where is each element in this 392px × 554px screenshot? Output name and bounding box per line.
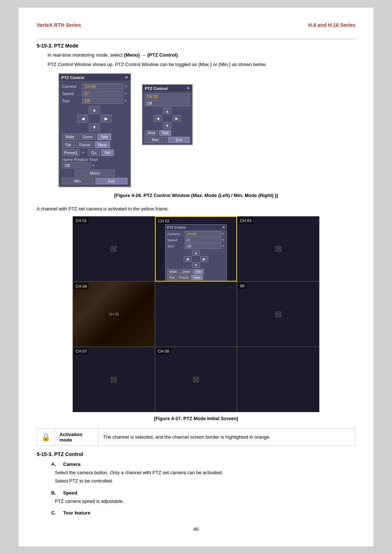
section-title-5-15-2: 5-15-2. PTZ Mode <box>37 43 355 49</box>
ptz-overlay-down[interactable]: ▼ <box>192 262 200 268</box>
page: VerteX RTH Series H.8 and H.16 Series 5-… <box>18 7 374 547</box>
ptz-overlay-titlebar: PTZ Control ✕ <box>166 225 226 230</box>
channel-icon-ch01: ⊠ <box>110 244 117 254</box>
activation-mode-label: Activation mode <box>55 428 99 446</box>
ptz-camera-value: CH 05 <box>82 83 123 89</box>
ptz-overlay-tour-label: Tour <box>167 244 185 248</box>
ptz-overlay-near[interactable]: Near <box>191 275 203 280</box>
ptz-focus-button[interactable]: Focus <box>76 141 94 148</box>
ptz-empty-tl <box>77 106 88 114</box>
ptz-exit-button[interactable]: Exit <box>95 178 127 184</box>
sub-a-letter: A. <box>51 461 56 467</box>
ptz-min-max-button[interactable]: Max. <box>145 137 167 143</box>
ptz-min-empty-tr <box>172 108 181 114</box>
ptz-min-down-button[interactable]: ▼ <box>163 122 172 129</box>
ptz-home-off-value: Off <box>62 163 91 168</box>
sub-b-text1: PTZ camera speed is adjustable. <box>55 498 355 505</box>
intro-text-1: In real-time monitoring mode, select {Me… <box>48 52 355 59</box>
activation-icon-cell: 🔒 <box>37 428 55 446</box>
ptz-overlay-close[interactable]: ✕ <box>222 225 225 229</box>
ptz-far-button[interactable]: Far <box>62 141 75 148</box>
sub-a-title: Camera <box>63 461 81 467</box>
sub-a-header: A. Camera <box>51 461 355 467</box>
ptz-overlay-right[interactable]: ▶ <box>200 256 208 262</box>
ptz-go-button[interactable]: Go <box>88 149 100 156</box>
ptz-overlay-camera-row: Camera CH 05 ▼ <box>167 231 225 237</box>
channel-cell-ch07: CH 07 ⊠ <box>73 347 155 412</box>
channel-label-ch07: CH 07 <box>74 348 89 354</box>
ptz-zoom-button[interactable]: Zoom <box>79 134 96 140</box>
ptz-overlay-focus-row: Far Focus Near <box>167 275 225 280</box>
ptz-min-left-button[interactable]: ◀ <box>154 115 162 122</box>
channel-cell-ch04: CH 04 CH 05 <box>73 282 155 347</box>
ptz-min-body: CH 05 Off ▲ ◀ ▶ ▼ Wide Tele <box>143 92 192 144</box>
ptz-overlay-tele[interactable]: Tele <box>193 269 204 274</box>
channel-icon-ch07: ⊠ <box>110 374 117 385</box>
sub-a-text1: Select the camera button. Only a channel… <box>55 469 355 476</box>
ptz-tour-arrow: ▼ <box>124 99 127 103</box>
ptz-tele-button[interactable]: Tele <box>97 134 111 140</box>
ptz-min-empty-tl <box>154 108 162 114</box>
ptz-overlay-zoom-row: Wide Zoom Tele <box>167 269 225 274</box>
ptz-zoom-row: Wide Zoom Tele <box>62 134 127 140</box>
sub-a-text2: Select PTZ to be controlled. <box>55 477 355 485</box>
channel-label-ch01: CH 01 <box>74 217 89 224</box>
ptz-min-up-button[interactable]: ▲ <box>163 108 172 114</box>
ptz-overlay-wide[interactable]: Wide <box>167 269 179 274</box>
ptz-max-body: Camera CH 05 ▼ Speed 07 ▼ Tour Off ▼ <box>59 81 130 186</box>
ptz-min-off-value: Off <box>145 100 190 106</box>
page-number: 40 <box>37 526 355 532</box>
ptz-overlay-focus[interactable]: Focus <box>177 275 191 280</box>
ptz-min-wide-button[interactable]: Wide <box>145 130 158 136</box>
ptz-focus-row: Far Focus Near <box>62 141 127 148</box>
sub-c-letter: C. <box>51 510 56 516</box>
channel-cell-ch05 <box>155 282 237 347</box>
ptz-preset-value: Preset1 <box>62 149 79 156</box>
ptz-overlay-title: PTZ Control <box>167 225 185 229</box>
channel-label-ch03: CH 03 <box>238 217 253 224</box>
ptz-overlay-dpad-br <box>200 262 208 268</box>
ptz-min-tele-button[interactable]: Tele <box>159 130 171 136</box>
ptz-overlay-far[interactable]: Far <box>167 275 177 280</box>
sub-c-header: C. Tour feature <box>51 510 355 516</box>
ptz-camera-arrow: ▼ <box>124 85 127 88</box>
ptz-near-button[interactable]: Near <box>95 141 110 148</box>
ptz-overlay-camera-value: CH 05 <box>185 231 221 237</box>
ptz-min-exit-button[interactable]: Exit <box>168 137 190 143</box>
ptz-max-title: PTZ Control <box>61 75 84 80</box>
channel-cell-ch02: CH 02 PTZ Control ✕ Camera CH 05 ▼ <box>155 216 237 282</box>
ptz-menu-row: Menu <box>62 170 127 176</box>
ptz-overlay-speed-row: Speed 07 ▼ <box>167 237 225 243</box>
ptz-overlay-dpad: ▲ ◀ ▶ ▼ <box>184 250 208 268</box>
ptz-down-button[interactable]: ▼ <box>89 123 100 131</box>
sub-c-title: Tour feature <box>63 510 90 516</box>
ptz-overlay-left[interactable]: ◀ <box>184 256 192 262</box>
ptz-set-button[interactable]: Set <box>101 149 114 156</box>
ptz-min-button[interactable]: Min. <box>62 178 94 184</box>
ptz-max-close-button[interactable]: ✕ <box>125 75 128 80</box>
ptz-min-camera-value: CH 05 <box>145 94 190 99</box>
ptz-right-button[interactable]: ▶ <box>101 115 111 123</box>
ptz-min-close-button[interactable]: ✕ <box>187 86 190 91</box>
ptz-speed-value: 07 <box>82 91 123 97</box>
ptz-menu-button[interactable]: Menu <box>75 170 115 176</box>
ptz-min-right-button[interactable]: ▶ <box>172 115 181 122</box>
ptz-wide-button[interactable]: Wide <box>62 134 78 140</box>
ptz-min-empty-br <box>172 122 181 129</box>
channel-label-06: 06 <box>238 283 246 289</box>
ptz-overlay-zoom[interactable]: Zoom <box>180 269 193 274</box>
ptz-overlay-speed-value: 07 <box>185 237 221 243</box>
ptz-home-label: Home Position Time <box>62 157 127 162</box>
ptz-up-button[interactable]: ▲ <box>89 106 100 114</box>
ptz-overlay-speed-label: Speed <box>167 238 185 242</box>
ptz-left-button[interactable]: ◀ <box>77 115 88 123</box>
ptz-speed-label: Speed <box>62 91 82 96</box>
ptz-max-window: PTZ Control ✕ Camera CH 05 ▼ Speed 07 ▼ <box>58 73 131 187</box>
channel-icon-06: ⊠ <box>275 309 282 319</box>
ptz-overlay-camera-arrow: ▼ <box>222 232 225 235</box>
header-left: VerteX RTH Series <box>37 22 81 28</box>
ptz-overlay-up[interactable]: ▲ <box>192 250 200 256</box>
ptz-overlay-body: Camera CH 05 ▼ Speed 07 ▼ Tour Off ▼ <box>166 230 226 282</box>
activation-icon: 🔒 <box>41 433 50 441</box>
figure-27-caption: [Figure 4-27. PTZ Mode Initial Screen] <box>37 416 355 421</box>
